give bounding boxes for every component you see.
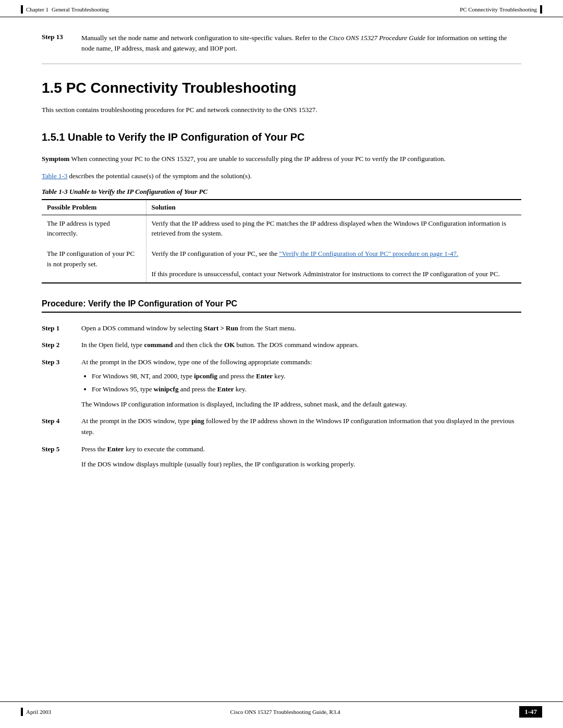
enter-bold-2: Enter — [217, 385, 234, 393]
step-3-row: Step 3 At the prompt in the DOS window, … — [42, 357, 521, 410]
ping-bold: ping — [191, 417, 204, 425]
step-2-row: Step 2 In the Open field, type command a… — [42, 340, 521, 351]
step-2-label: Step 2 — [42, 340, 73, 351]
header-right-title: PC Connectivity Troubleshooting — [460, 6, 537, 13]
procedure-divider — [42, 312, 521, 313]
step-13-text1: Manually set the node name and network c… — [81, 34, 327, 42]
table-cell-problem-1: The IP address is typed incorrectly.The … — [42, 215, 146, 283]
step-4-content: At the prompt in the DOS window, type pi… — [81, 416, 521, 438]
enter-bold-1: Enter — [256, 372, 273, 380]
footer-bar — [21, 708, 23, 716]
ipconfig-bold: ipconfig — [194, 372, 217, 380]
step-3-content: At the prompt in the DOS window, type on… — [81, 357, 521, 410]
step-5-row: Step 5 Press the Enter key to execute th… — [42, 444, 521, 470]
table-row: The IP address is typed incorrectly.The … — [42, 215, 521, 283]
step-4-row: Step 4 At the prompt in the DOS window, … — [42, 416, 521, 438]
table-cell-solution-1: Verify that the IP address used to ping … — [146, 215, 521, 283]
table-header-solution: Solution — [146, 200, 521, 215]
sub-section-title: 1.5.1 Unable to Verify the IP Configurat… — [42, 131, 521, 143]
footer-date: April 2003 — [26, 709, 51, 715]
footer-left: April 2003 — [21, 708, 51, 716]
step-3-bullet-1: For Windows 98, NT, and 2000, type ipcon… — [92, 371, 521, 382]
step-3-bullets: For Windows 98, NT, and 2000, type ipcon… — [92, 371, 521, 395]
step-3-bullet-2: For Windows 95, type winipcfg and press … — [92, 384, 521, 395]
step-3-note: The Windows IP configuration information… — [81, 399, 521, 410]
step-5-label: Step 5 — [42, 444, 73, 470]
step-1-label: Step 1 — [42, 323, 73, 334]
symptom-text: When connecting your PC to the ONS 15327… — [71, 155, 445, 163]
problem-solution-table: Possible Problem Solution The IP address… — [42, 199, 521, 283]
step-13-block: Step 13 Manually set the node name and n… — [42, 33, 521, 53]
procedure-heading: Procedure: Verify the IP Configuration o… — [42, 299, 521, 309]
step-2-bold1: command — [144, 341, 173, 349]
header-left-bar — [21, 5, 23, 14]
page-footer: April 2003 Cisco ONS 15327 Troubleshooti… — [0, 701, 563, 718]
step-1-bold: Start > Run — [204, 324, 238, 332]
solution-link[interactable]: "Verify the IP Configuration of Your PC"… — [279, 250, 459, 257]
section-divider-1 — [42, 64, 521, 64]
step-2-bold2: OK — [224, 341, 235, 349]
step-3-label: Step 3 — [42, 357, 73, 410]
winipcfg-bold: winipcfg — [154, 385, 179, 393]
page-header: Chapter 1 General Troubleshooting PC Con… — [0, 0, 563, 17]
step-13-italic: Cisco ONS 15327 Procedure Guide — [329, 34, 425, 42]
table-ref-link[interactable]: Table 1-3 — [42, 172, 67, 180]
header-right: PC Connectivity Troubleshooting — [460, 5, 542, 14]
table-ref-line: Table 1-3 describes the potential cause(… — [42, 172, 521, 180]
header-chapter-label: Chapter 1 — [26, 6, 48, 13]
header-chapter-title: General Troubleshooting — [52, 6, 109, 13]
step-5-content: Press the Enter key to execute the comma… — [81, 444, 521, 470]
content-area: Step 13 Manually set the node name and n… — [0, 33, 563, 470]
page-number: 1-47 — [519, 706, 542, 718]
step-4-label: Step 4 — [42, 416, 73, 438]
table-header-problem: Possible Problem — [42, 200, 146, 215]
symptom-block: Symptom When connecting your PC to the O… — [42, 154, 521, 165]
main-section-title: 1.5 PC Connectivity Troubleshooting — [42, 80, 521, 96]
enter-bold-3: Enter — [107, 445, 124, 453]
step-5-note: If the DOS window displays multiple (usu… — [81, 459, 521, 470]
step-13-label: Step 13 — [42, 33, 73, 53]
step-1-row: Step 1 Open a DOS command window by sele… — [42, 323, 521, 334]
table-caption: Table 1-3 Unable to Verify the IP Config… — [42, 188, 521, 196]
header-right-bar — [540, 5, 542, 14]
table-ref-desc: describes the potential cause(s) of the … — [69, 172, 252, 180]
main-section-intro: This section contains troubleshooting pr… — [42, 105, 521, 116]
step-2-content: In the Open field, type command and then… — [81, 340, 521, 351]
symptom-label: Symptom — [42, 155, 69, 163]
step-13-text: Manually set the node name and network c… — [81, 33, 521, 53]
footer-right-text: Cisco ONS 15327 Troubleshooting Guide, R… — [230, 709, 340, 715]
step-1-content: Open a DOS command window by selecting S… — [81, 323, 521, 334]
header-left: Chapter 1 General Troubleshooting — [21, 5, 109, 14]
steps-list: Step 1 Open a DOS command window by sele… — [42, 323, 521, 470]
